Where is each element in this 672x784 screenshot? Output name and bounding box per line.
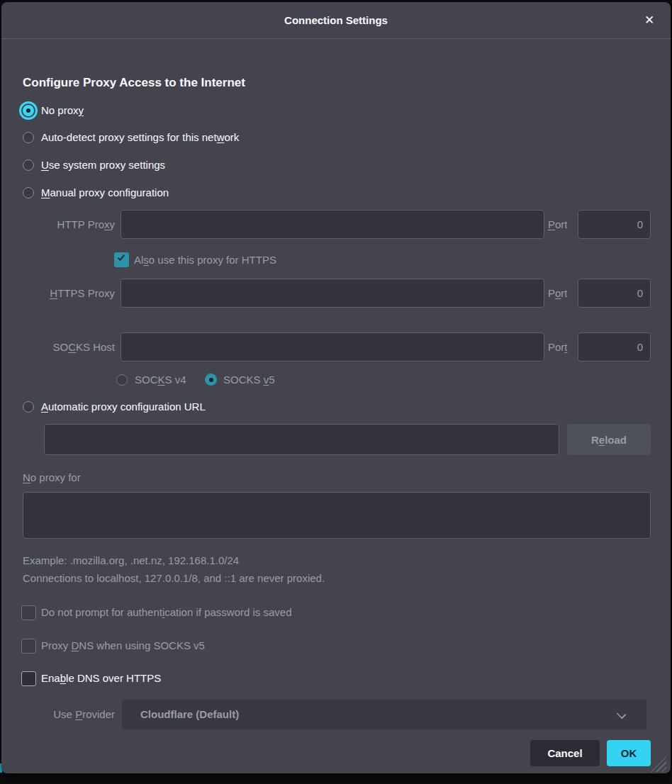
checkbox-dns-over-https[interactable] xyxy=(21,671,36,686)
radio-system-proxy[interactable] xyxy=(23,159,34,171)
reload-button[interactable]: Reload xyxy=(567,424,651,455)
radio-manual-proxy-label: Manual proxy configuration xyxy=(41,185,169,201)
radio-auto-detect[interactable] xyxy=(23,132,34,143)
radio-auto-detect-label: Auto-detect proxy settings for this netw… xyxy=(41,130,239,145)
localhost-note-text: Connections to localhost, 127.0.0.1/8, a… xyxy=(23,571,325,586)
no-proxy-for-label: No proxy for xyxy=(23,470,81,486)
checkbox-proxy-dns[interactable] xyxy=(21,639,36,654)
ok-button[interactable]: OK xyxy=(607,740,651,766)
no-proxy-for-textarea[interactable] xyxy=(23,492,651,539)
checkbox-also-https[interactable] xyxy=(114,252,129,267)
https-port-input[interactable] xyxy=(578,279,651,308)
cancel-button[interactable]: Cancel xyxy=(530,740,600,766)
autoconfig-url-input[interactable] xyxy=(44,424,559,455)
http-port-label: Port xyxy=(548,217,568,233)
dialog-titlebar: Connection Settings ✕ xyxy=(1,2,671,39)
no-proxy-example-text: Example: .mozilla.org, .net.nz, 192.168.… xyxy=(23,553,239,569)
page-title: Configure Proxy Access to the Internet xyxy=(23,76,245,90)
radio-system-proxy-label: Use system proxy settings xyxy=(41,157,165,173)
radio-auto-url-label: Automatic proxy configuration URL xyxy=(41,399,206,415)
connection-settings-dialog: Connection Settings ✕ Configure Proxy Ac… xyxy=(1,2,671,773)
use-provider-label: Use Provider xyxy=(23,707,115,722)
radio-socks-v5-label: SOCKS v5 xyxy=(223,372,275,388)
resize-grip[interactable] xyxy=(651,756,666,772)
socks-port-label: Port xyxy=(548,340,568,355)
http-port-input[interactable] xyxy=(578,210,651,239)
close-icon[interactable]: ✕ xyxy=(641,12,658,29)
radio-no-proxy[interactable] xyxy=(23,105,34,116)
socks-host-input[interactable] xyxy=(121,332,544,362)
https-proxy-label: HTTPS Proxy xyxy=(23,286,115,301)
radio-socks-v4-label: SOCKS v4 xyxy=(135,372,186,388)
https-port-label: Port xyxy=(548,286,568,301)
http-proxy-input[interactable] xyxy=(121,210,544,239)
checkbox-proxy-dns-label: Proxy DNS when using SOCKS v5 xyxy=(41,638,205,654)
provider-dropdown-value: Cloudflare (Default) xyxy=(140,700,239,729)
socks-host-label: SOCKS Host xyxy=(23,340,115,355)
radio-auto-url[interactable] xyxy=(23,401,34,413)
https-proxy-input[interactable] xyxy=(121,279,544,308)
provider-dropdown[interactable]: Cloudflare (Default) xyxy=(122,700,646,729)
checkmark-icon xyxy=(118,253,125,261)
checkbox-no-auth-prompt-label: Do not prompt for authentication if pass… xyxy=(41,605,292,620)
socks-port-input[interactable] xyxy=(578,332,651,362)
radio-no-proxy-label: No proxy xyxy=(41,103,84,118)
radio-socks-v4[interactable] xyxy=(116,374,128,386)
checkbox-no-auth-prompt[interactable] xyxy=(21,605,36,620)
dialog-title: Connection Settings xyxy=(1,2,671,39)
http-proxy-label: HTTP Proxy xyxy=(23,217,115,233)
radio-socks-v5[interactable] xyxy=(205,374,217,386)
checkbox-also-https-label: Also use this proxy for HTTPS xyxy=(134,252,276,268)
checkbox-dns-over-https-label: Enable DNS over HTTPS xyxy=(41,671,161,686)
chevron-down-icon xyxy=(617,710,625,718)
radio-manual-proxy[interactable] xyxy=(23,187,34,198)
